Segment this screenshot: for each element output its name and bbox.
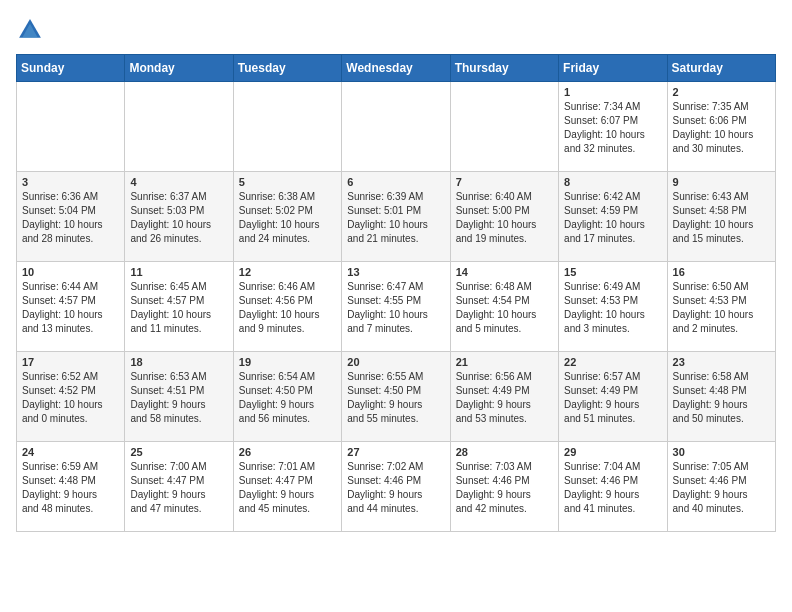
calendar-header-thursday: Thursday [450, 55, 558, 82]
day-info: Sunrise: 7:02 AM Sunset: 4:46 PM Dayligh… [347, 460, 444, 516]
day-number: 8 [564, 176, 661, 188]
day-info: Sunrise: 6:38 AM Sunset: 5:02 PM Dayligh… [239, 190, 336, 246]
page-header [16, 16, 776, 44]
calendar-week-1: 1Sunrise: 7:34 AM Sunset: 6:07 PM Daylig… [17, 82, 776, 172]
day-info: Sunrise: 7:00 AM Sunset: 4:47 PM Dayligh… [130, 460, 227, 516]
calendar-cell: 30Sunrise: 7:05 AM Sunset: 4:46 PM Dayli… [667, 442, 775, 532]
day-number: 14 [456, 266, 553, 278]
day-number: 15 [564, 266, 661, 278]
day-info: Sunrise: 6:55 AM Sunset: 4:50 PM Dayligh… [347, 370, 444, 426]
calendar-cell: 5Sunrise: 6:38 AM Sunset: 5:02 PM Daylig… [233, 172, 341, 262]
calendar-cell: 14Sunrise: 6:48 AM Sunset: 4:54 PM Dayli… [450, 262, 558, 352]
day-number: 10 [22, 266, 119, 278]
day-number: 7 [456, 176, 553, 188]
calendar-cell: 18Sunrise: 6:53 AM Sunset: 4:51 PM Dayli… [125, 352, 233, 442]
day-info: Sunrise: 6:47 AM Sunset: 4:55 PM Dayligh… [347, 280, 444, 336]
day-info: Sunrise: 7:34 AM Sunset: 6:07 PM Dayligh… [564, 100, 661, 156]
calendar-cell: 25Sunrise: 7:00 AM Sunset: 4:47 PM Dayli… [125, 442, 233, 532]
day-info: Sunrise: 6:50 AM Sunset: 4:53 PM Dayligh… [673, 280, 770, 336]
calendar-cell: 6Sunrise: 6:39 AM Sunset: 5:01 PM Daylig… [342, 172, 450, 262]
calendar-cell: 24Sunrise: 6:59 AM Sunset: 4:48 PM Dayli… [17, 442, 125, 532]
day-info: Sunrise: 7:03 AM Sunset: 4:46 PM Dayligh… [456, 460, 553, 516]
day-info: Sunrise: 6:54 AM Sunset: 4:50 PM Dayligh… [239, 370, 336, 426]
calendar-cell: 17Sunrise: 6:52 AM Sunset: 4:52 PM Dayli… [17, 352, 125, 442]
calendar-cell: 19Sunrise: 6:54 AM Sunset: 4:50 PM Dayli… [233, 352, 341, 442]
calendar-header-monday: Monday [125, 55, 233, 82]
calendar-cell: 28Sunrise: 7:03 AM Sunset: 4:46 PM Dayli… [450, 442, 558, 532]
day-info: Sunrise: 6:58 AM Sunset: 4:48 PM Dayligh… [673, 370, 770, 426]
calendar-cell: 8Sunrise: 6:42 AM Sunset: 4:59 PM Daylig… [559, 172, 667, 262]
calendar-cell: 15Sunrise: 6:49 AM Sunset: 4:53 PM Dayli… [559, 262, 667, 352]
day-number: 25 [130, 446, 227, 458]
calendar-cell [342, 82, 450, 172]
day-number: 12 [239, 266, 336, 278]
calendar-cell [17, 82, 125, 172]
day-info: Sunrise: 6:48 AM Sunset: 4:54 PM Dayligh… [456, 280, 553, 336]
day-number: 21 [456, 356, 553, 368]
calendar-header-saturday: Saturday [667, 55, 775, 82]
calendar-cell: 7Sunrise: 6:40 AM Sunset: 5:00 PM Daylig… [450, 172, 558, 262]
calendar-week-5: 24Sunrise: 6:59 AM Sunset: 4:48 PM Dayli… [17, 442, 776, 532]
calendar-header-row: SundayMondayTuesdayWednesdayThursdayFrid… [17, 55, 776, 82]
day-info: Sunrise: 6:39 AM Sunset: 5:01 PM Dayligh… [347, 190, 444, 246]
day-number: 9 [673, 176, 770, 188]
calendar-cell: 23Sunrise: 6:58 AM Sunset: 4:48 PM Dayli… [667, 352, 775, 442]
day-info: Sunrise: 6:52 AM Sunset: 4:52 PM Dayligh… [22, 370, 119, 426]
calendar-cell: 10Sunrise: 6:44 AM Sunset: 4:57 PM Dayli… [17, 262, 125, 352]
day-number: 11 [130, 266, 227, 278]
calendar-header-sunday: Sunday [17, 55, 125, 82]
day-info: Sunrise: 6:57 AM Sunset: 4:49 PM Dayligh… [564, 370, 661, 426]
day-number: 2 [673, 86, 770, 98]
calendar-cell: 11Sunrise: 6:45 AM Sunset: 4:57 PM Dayli… [125, 262, 233, 352]
calendar-header-tuesday: Tuesday [233, 55, 341, 82]
day-number: 27 [347, 446, 444, 458]
day-number: 18 [130, 356, 227, 368]
calendar-header-friday: Friday [559, 55, 667, 82]
day-info: Sunrise: 6:36 AM Sunset: 5:04 PM Dayligh… [22, 190, 119, 246]
calendar-cell: 2Sunrise: 7:35 AM Sunset: 6:06 PM Daylig… [667, 82, 775, 172]
calendar-cell: 1Sunrise: 7:34 AM Sunset: 6:07 PM Daylig… [559, 82, 667, 172]
day-number: 30 [673, 446, 770, 458]
day-info: Sunrise: 7:35 AM Sunset: 6:06 PM Dayligh… [673, 100, 770, 156]
calendar-cell [233, 82, 341, 172]
day-info: Sunrise: 6:53 AM Sunset: 4:51 PM Dayligh… [130, 370, 227, 426]
day-number: 3 [22, 176, 119, 188]
calendar-cell [450, 82, 558, 172]
calendar-cell: 26Sunrise: 7:01 AM Sunset: 4:47 PM Dayli… [233, 442, 341, 532]
calendar-cell: 3Sunrise: 6:36 AM Sunset: 5:04 PM Daylig… [17, 172, 125, 262]
day-info: Sunrise: 6:46 AM Sunset: 4:56 PM Dayligh… [239, 280, 336, 336]
calendar-header-wednesday: Wednesday [342, 55, 450, 82]
day-info: Sunrise: 6:49 AM Sunset: 4:53 PM Dayligh… [564, 280, 661, 336]
day-number: 19 [239, 356, 336, 368]
day-number: 24 [22, 446, 119, 458]
day-info: Sunrise: 7:04 AM Sunset: 4:46 PM Dayligh… [564, 460, 661, 516]
calendar-cell: 12Sunrise: 6:46 AM Sunset: 4:56 PM Dayli… [233, 262, 341, 352]
day-info: Sunrise: 6:43 AM Sunset: 4:58 PM Dayligh… [673, 190, 770, 246]
calendar-cell: 9Sunrise: 6:43 AM Sunset: 4:58 PM Daylig… [667, 172, 775, 262]
calendar-week-4: 17Sunrise: 6:52 AM Sunset: 4:52 PM Dayli… [17, 352, 776, 442]
calendar-cell [125, 82, 233, 172]
day-number: 13 [347, 266, 444, 278]
calendar-cell: 13Sunrise: 6:47 AM Sunset: 4:55 PM Dayli… [342, 262, 450, 352]
day-info: Sunrise: 7:01 AM Sunset: 4:47 PM Dayligh… [239, 460, 336, 516]
logo[interactable] [16, 16, 48, 44]
day-number: 5 [239, 176, 336, 188]
day-info: Sunrise: 6:42 AM Sunset: 4:59 PM Dayligh… [564, 190, 661, 246]
day-number: 1 [564, 86, 661, 98]
day-number: 6 [347, 176, 444, 188]
calendar-cell: 29Sunrise: 7:04 AM Sunset: 4:46 PM Dayli… [559, 442, 667, 532]
calendar-week-2: 3Sunrise: 6:36 AM Sunset: 5:04 PM Daylig… [17, 172, 776, 262]
day-info: Sunrise: 6:44 AM Sunset: 4:57 PM Dayligh… [22, 280, 119, 336]
day-number: 26 [239, 446, 336, 458]
day-info: Sunrise: 7:05 AM Sunset: 4:46 PM Dayligh… [673, 460, 770, 516]
day-info: Sunrise: 6:45 AM Sunset: 4:57 PM Dayligh… [130, 280, 227, 336]
day-number: 17 [22, 356, 119, 368]
day-number: 20 [347, 356, 444, 368]
calendar-cell: 21Sunrise: 6:56 AM Sunset: 4:49 PM Dayli… [450, 352, 558, 442]
day-info: Sunrise: 6:56 AM Sunset: 4:49 PM Dayligh… [456, 370, 553, 426]
day-number: 28 [456, 446, 553, 458]
day-info: Sunrise: 6:40 AM Sunset: 5:00 PM Dayligh… [456, 190, 553, 246]
day-info: Sunrise: 6:37 AM Sunset: 5:03 PM Dayligh… [130, 190, 227, 246]
calendar-cell: 22Sunrise: 6:57 AM Sunset: 4:49 PM Dayli… [559, 352, 667, 442]
calendar-week-3: 10Sunrise: 6:44 AM Sunset: 4:57 PM Dayli… [17, 262, 776, 352]
